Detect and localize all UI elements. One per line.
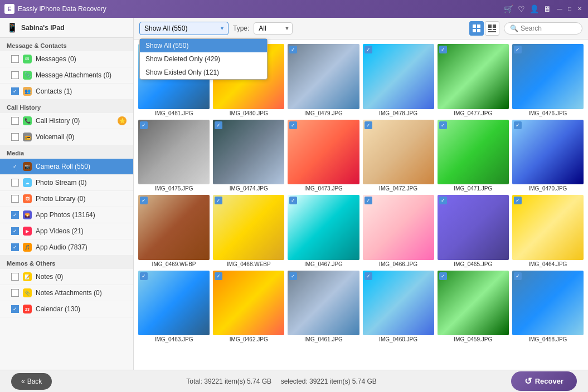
back-button[interactable]: « Back — [11, 373, 52, 390]
photo-check: ✓ — [140, 121, 148, 129]
photo-thumb: ✓ — [512, 44, 584, 109]
check-voicemail[interactable] — [11, 133, 19, 141]
status-bar: « Back Total: 39221 item(s) 5.74 GB sele… — [0, 370, 588, 392]
voicemail-icon: 📻 — [22, 132, 32, 142]
recover-button[interactable]: ↺ Recover — [511, 371, 577, 391]
photo-cell[interactable]: ✓ IMG_0463.JPG — [138, 271, 210, 343]
photo-check: ✓ — [215, 272, 222, 280]
photo-label: IMG_0461.JPG — [288, 336, 359, 342]
dropdown-option-deleted[interactable]: Show Deleted Only (429) — [140, 52, 267, 66]
close-button[interactable]: ✕ — [576, 4, 584, 12]
photo-check: ✓ — [215, 121, 222, 129]
sidebar-item-voicemail[interactable]: 📻 Voicemail (0) — [0, 129, 133, 145]
check-photo-library[interactable] — [11, 195, 19, 203]
check-app-photos[interactable] — [11, 211, 19, 219]
app-icon: E — [4, 4, 14, 14]
person-icon[interactable]: 👤 — [529, 4, 539, 13]
photo-cell[interactable]: ✓ IMG_0469.WEBP — [138, 195, 210, 267]
svg-rect-3 — [477, 29, 480, 32]
photo-cell[interactable]: ✓ IMG_0473.JPG — [288, 120, 359, 192]
check-call-history[interactable] — [11, 117, 19, 125]
check-notes[interactable] — [11, 273, 19, 281]
photo-thumb: ✓ — [288, 195, 359, 260]
cart-icon[interactable]: 🛒 — [504, 4, 513, 13]
photo-cell[interactable]: ✓ IMG_0459.JPG — [438, 271, 509, 343]
check-app-audio[interactable] — [11, 243, 19, 251]
sidebar-item-photo-library[interactable]: 🖼 Photo Library (0) — [0, 191, 133, 207]
photo-cell[interactable]: ✓ IMG_0472.JPG — [363, 120, 434, 192]
total-text: Total: 39221 item(s) 5.74 GB — [186, 378, 271, 385]
sidebar-item-photo-stream[interactable]: ☁ Photo Stream (0) — [0, 175, 133, 191]
photo-library-label: Photo Library (0) — [36, 195, 127, 203]
check-camera-roll[interactable] — [11, 163, 19, 170]
app-audio-label: App Audio (7837) — [36, 243, 127, 251]
sidebar-item-camera-roll[interactable]: 📷 Camera Roll (550) — [0, 159, 133, 175]
maximize-button[interactable]: □ — [566, 4, 574, 12]
photo-cell[interactable]: ✓ IMG_0475.JPG — [138, 120, 210, 192]
show-dropdown[interactable]: Show All (550) ▼ — [139, 22, 229, 35]
type-dropdown-wrapper: All JPG PNG WEBP — [254, 22, 293, 35]
heart-icon[interactable]: ♡ — [518, 4, 525, 13]
photo-cell[interactable]: ✓ IMG_0460.JPG — [363, 271, 434, 343]
call-history-icon: 📞 — [22, 116, 32, 126]
photo-cell[interactable]: ✓ IMG_0462.JPG — [213, 271, 284, 343]
sidebar-item-app-videos[interactable]: ▶ App Videos (21) — [0, 223, 133, 239]
photo-label: IMG_0465.JPG — [438, 261, 509, 267]
photo-cell[interactable]: ✓ IMG_0461.JPG — [288, 271, 359, 343]
list-view-button[interactable] — [485, 21, 499, 36]
check-contacts[interactable] — [11, 87, 19, 95]
type-dropdown[interactable]: All JPG PNG WEBP — [254, 22, 293, 35]
photo-thumb: ✓ — [363, 120, 434, 185]
photo-cell[interactable]: ✓ IMG_0466.JPG — [363, 195, 434, 267]
photo-cell[interactable]: ✓ IMG_0465.JPG — [438, 195, 509, 267]
sidebar-item-call-history[interactable]: 📞 Call History (0) ⭐ — [0, 113, 133, 129]
check-messages[interactable] — [11, 55, 19, 63]
recover-label: Recover — [535, 377, 563, 385]
svg-rect-4 — [488, 24, 492, 28]
photo-cell[interactable]: ✓ IMG_0479.JPG — [288, 44, 359, 116]
dropdown-option-show-all[interactable]: Show All (550) — [140, 39, 267, 52]
check-photo-stream[interactable] — [11, 179, 19, 187]
sidebar-item-message-attachments[interactable]: 📎 Message Attachments (0) — [0, 67, 133, 84]
sidebar-item-app-audio[interactable]: 🎵 App Audio (7837) — [0, 239, 133, 256]
status-text: Total: 39221 item(s) 5.74 GB selected: 3… — [57, 378, 505, 385]
call-history-badge: ⭐ — [118, 116, 127, 125]
photo-cell[interactable]: ✓ IMG_0467.JPG — [288, 195, 359, 267]
sidebar-item-contacts[interactable]: 👥 Contacts (1) — [0, 84, 133, 100]
show-dropdown-container: Show All (550) ▼ Show All (550) Show Del… — [139, 22, 229, 35]
photo-cell[interactable]: ✓ IMG_0470.JPG — [512, 120, 584, 192]
sidebar-item-notes[interactable]: 📝 Notes (0) — [0, 269, 133, 285]
photo-cell[interactable]: ✓ IMG_0468.WEBP — [213, 195, 284, 267]
photo-cell[interactable]: ✓ IMG_0476.JPG — [512, 44, 584, 116]
svg-rect-7 — [488, 31, 496, 32]
sidebar-item-messages[interactable]: ✉ Messages (0) — [0, 51, 133, 67]
minimize-button[interactable]: — — [556, 4, 563, 12]
device-name: Sabina's iPad — [21, 24, 65, 32]
check-message-attachments[interactable] — [11, 71, 19, 79]
photo-cell[interactable]: ✓ IMG_0471.JPG — [438, 120, 509, 192]
main-content: Show All (550) ▼ Show All (550) Show Del… — [134, 18, 588, 370]
search-input[interactable] — [521, 24, 576, 32]
photo-label: IMG_0463.JPG — [138, 336, 210, 342]
photo-cell[interactable]: ✓ IMG_0474.JPG — [213, 120, 284, 192]
check-app-videos[interactable] — [11, 227, 19, 235]
photo-check: ✓ — [289, 272, 297, 280]
check-notes-attachments[interactable] — [11, 289, 19, 297]
monitor-icon[interactable]: 🖥 — [543, 4, 551, 13]
check-calendar[interactable] — [11, 305, 19, 313]
app-title: Eassiy iPhone Data Recovery — [18, 5, 504, 13]
photo-cell[interactable]: ✓ IMG_0458.JPG — [512, 271, 584, 343]
photo-cell[interactable]: ✓ IMG_0478.JPG — [363, 44, 434, 116]
type-label: Type: — [233, 24, 249, 32]
message-attachments-label: Message Attachments (0) — [36, 71, 127, 79]
photo-cell[interactable]: ✓ IMG_0464.JPG — [512, 195, 584, 267]
photo-label: IMG_0472.JPG — [363, 185, 434, 192]
dropdown-option-existed[interactable]: Show Existed Only (121) — [140, 66, 267, 79]
sidebar-item-calendar[interactable]: 23 Calendar (130) — [0, 301, 133, 317]
svg-rect-6 — [488, 29, 492, 30]
sidebar-item-app-photos[interactable]: 🌄 App Photos (13164) — [0, 207, 133, 223]
photo-cell[interactable]: ✓ IMG_0477.JPG — [438, 44, 509, 116]
sidebar-item-notes-attachments[interactable]: 📎 Notes Attachments (0) — [0, 285, 133, 301]
photo-thumb: ✓ — [213, 195, 284, 260]
grid-view-button[interactable] — [469, 21, 484, 36]
